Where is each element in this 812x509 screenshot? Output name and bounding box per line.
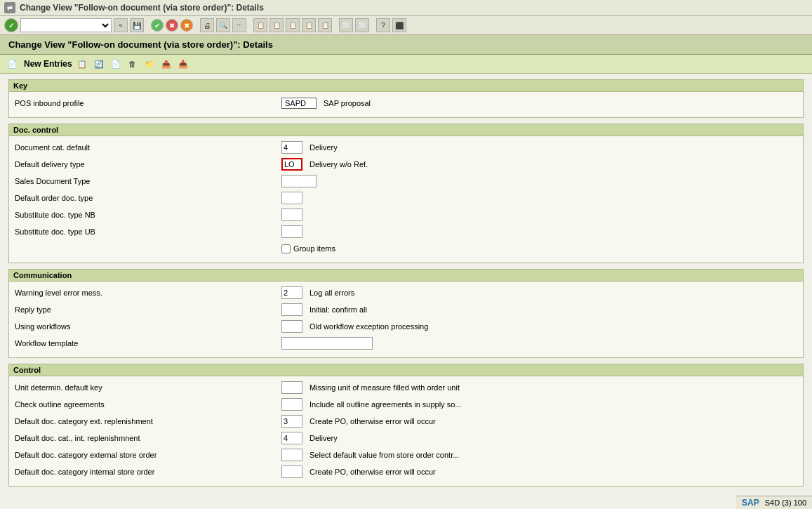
check-outline-label: Check outline agreements [15, 400, 281, 409]
warning-level-label: Warning level error mess. [15, 289, 281, 297]
substitute-doc-ub-row: Substitute doc. type UB [15, 225, 797, 239]
pos-inbound-row: POS inbound profile SAPD SAP proposal [15, 96, 797, 110]
default-order-doc-label: Default order doc. type [15, 194, 281, 202]
communication-body: Warning level error mess. Log all errors… [9, 282, 803, 357]
print-button[interactable]: 🖨 [200, 18, 214, 32]
sales-doc-type-row: Sales Document Type [15, 174, 797, 188]
clipboard3-button[interactable]: 📋 [286, 18, 300, 32]
detail-icon[interactable]: 📋 [75, 58, 89, 70]
default-delivery-type-input[interactable] [281, 158, 302, 171]
communication-header: Communication [9, 270, 803, 282]
ok-button[interactable]: ✓ [4, 18, 18, 32]
reply-type-desc: Initial: confirm all [310, 305, 367, 314]
check-outline-row: Check outline agreements Include all out… [15, 397, 797, 411]
default-delivery-type-desc: Delivery w/o Ref. [310, 160, 368, 168]
clipboard4-button[interactable]: 📋 [302, 18, 316, 32]
clipboard2-button[interactable]: 📋 [269, 18, 284, 32]
default-doc-int-store-desc: Create PO, otherwise error will occur [310, 468, 436, 476]
group-items-row: Group items [15, 242, 797, 256]
cancel-button[interactable]: ✖ [166, 19, 178, 32]
title-bar-text: Change View "Follow-on document (via sto… [20, 3, 264, 13]
page-header-title: Change View "Follow-on document (via sto… [8, 39, 273, 50]
monitor-button[interactable]: ⬛ [392, 18, 406, 32]
key-section: Key POS inbound profile SAPD SAP proposa… [8, 79, 804, 118]
default-order-doc-row: Default order doc. type [15, 191, 797, 205]
refresh-icon[interactable]: 🔄 [92, 58, 106, 70]
doc-control-section: Doc. control Document cat. default Deliv… [8, 124, 804, 263]
page-header: Change View "Follow-on document (via sto… [0, 35, 812, 55]
sub-toolbar: 📄 New Entries 📋 🔄 📄 🗑 📁 📤 📥 [0, 55, 812, 74]
clipboard5-button[interactable]: 📋 [318, 18, 332, 32]
reply-type-label: Reply type [15, 305, 281, 314]
default-doc-int-store-row: Default doc. category internal store ord… [15, 465, 797, 479]
doc-cat-default-label: Document cat. default [15, 143, 281, 152]
warning-level-input[interactable] [281, 286, 302, 299]
default-delivery-type-row: Default delivery type Delivery w/o Ref. [15, 157, 797, 171]
save-button[interactable]: 💾 [130, 18, 144, 32]
default-doc-ext-store-label: Default doc. category external store ord… [15, 451, 281, 459]
workflow-template-input[interactable] [281, 337, 373, 350]
substitute-doc-nb-input[interactable] [281, 209, 302, 221]
pos-inbound-description: SAP proposal [324, 99, 371, 107]
doc-cat-default-row: Document cat. default Delivery [15, 140, 797, 154]
doc-cat-default-input[interactable] [281, 141, 302, 154]
using-workflows-desc: Old workflow exception processing [310, 322, 428, 331]
main-toolbar: ✓ « 💾 ✔ ✖ ✖ 🖨 🔍 ⋯ 📋 📋 📋 📋 📋 ⬜ ⬜ ? ⬛ [0, 16, 812, 35]
group-items-text: Group items [293, 244, 335, 253]
reply-type-input[interactable] [281, 303, 302, 316]
using-workflows-row: Using workflows Old workflow exception p… [15, 319, 797, 333]
confirm-button[interactable]: ✔ [151, 19, 164, 32]
using-workflows-label: Using workflows [15, 322, 281, 331]
unit-determin-desc: Missing unit of measure filled with orde… [310, 383, 460, 392]
copy-icon[interactable]: 📄 [109, 58, 123, 70]
screen2-button[interactable]: ⬜ [355, 18, 369, 32]
unit-determin-input[interactable] [281, 381, 302, 394]
default-order-doc-input[interactable] [281, 192, 302, 204]
sales-doc-type-label: Sales Document Type [15, 177, 281, 185]
default-doc-ext-input[interactable] [281, 415, 302, 428]
screen1-button[interactable]: ⬜ [339, 18, 353, 32]
import-icon[interactable]: 📥 [176, 58, 190, 70]
help-button[interactable]: ? [376, 18, 390, 32]
key-section-body: POS inbound profile SAPD SAP proposal [9, 92, 803, 117]
check-outline-desc: Include all outline agreements in supply… [310, 400, 461, 409]
communication-section: Communication Warning level error mess. … [8, 269, 804, 358]
unit-determin-label: Unit determin. default key [15, 383, 281, 392]
default-doc-ext-desc: Create PO, otherwise error will occur [310, 417, 436, 425]
stop-button[interactable]: ✖ [180, 19, 193, 32]
check-outline-input[interactable] [281, 398, 302, 411]
key-section-header: Key [9, 80, 803, 92]
group-items-checkbox[interactable] [281, 244, 291, 253]
delete-icon[interactable]: 🗑 [126, 58, 140, 70]
back-button[interactable]: « [114, 18, 128, 32]
control-body: Unit determin. default key Missing unit … [9, 376, 803, 486]
pos-inbound-value: SAPD [281, 98, 317, 109]
title-bar: ⇄ Change View "Follow-on document (via s… [0, 0, 812, 16]
folder-icon[interactable]: 📁 [142, 58, 157, 70]
workflow-template-label: Workflow template [15, 339, 281, 348]
substitute-doc-nb-label: Substitute doc. type NB [15, 211, 281, 219]
export-icon[interactable]: 📤 [159, 58, 173, 70]
substitute-doc-nb-row: Substitute doc. type NB [15, 208, 797, 222]
toolbar-dropdown[interactable] [20, 18, 112, 32]
default-doc-int-store-input[interactable] [281, 465, 302, 478]
default-doc-ext-store-input[interactable] [281, 449, 302, 461]
default-doc-int-input[interactable] [281, 432, 302, 444]
using-workflows-input[interactable] [281, 320, 302, 333]
pos-inbound-label: POS inbound profile [15, 99, 281, 107]
default-doc-int-label: Default doc. cat., int. replenishmnent [15, 434, 281, 442]
new-entries-icon: 📄 [6, 58, 20, 70]
control-section: Control Unit determin. default key Missi… [8, 364, 804, 487]
clipboard1-button[interactable]: 📋 [253, 18, 267, 32]
status-bar: SAP S4D (3) 100 [736, 496, 812, 509]
default-doc-ext-store-desc: Select default value from store order co… [310, 451, 459, 459]
find-next-button[interactable]: ⋯ [232, 18, 246, 32]
default-doc-ext-row: Default doc. category ext. replenishment… [15, 414, 797, 428]
default-doc-ext-store-row: Default doc. category external store ord… [15, 448, 797, 462]
find-button[interactable]: 🔍 [216, 18, 230, 32]
sales-doc-type-input[interactable] [281, 175, 317, 187]
doc-cat-default-desc: Delivery [310, 143, 338, 152]
unit-determin-row: Unit determin. default key Missing unit … [15, 381, 797, 395]
default-doc-int-row: Default doc. cat., int. replenishmnent D… [15, 431, 797, 445]
substitute-doc-ub-input[interactable] [281, 225, 302, 238]
